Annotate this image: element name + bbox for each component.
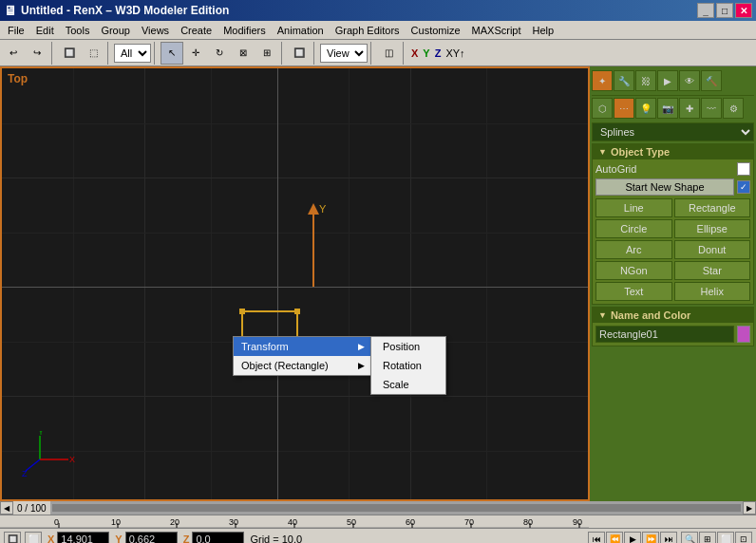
sub-item-position[interactable]: Position: [371, 337, 445, 356]
status-icon1[interactable]: 🔲: [4, 532, 21, 544]
splines-dropdown[interactable]: Splines: [592, 122, 754, 141]
panel-icon-utilities[interactable]: 🔨: [701, 70, 722, 91]
shape-arc-button[interactable]: Arc: [595, 240, 672, 259]
select-filter-dropdown[interactable]: All: [114, 44, 151, 63]
shape-text-button[interactable]: Text: [595, 282, 672, 301]
playback-controls: ⏮ ⏪ ▶ ⏩ ⏭: [588, 532, 677, 544]
menu-tools[interactable]: Tools: [60, 23, 96, 38]
shape-line-button[interactable]: Line: [595, 198, 672, 217]
panel-icon-shapes[interactable]: ⋯: [614, 98, 634, 119]
scale-tool-button[interactable]: ⊠: [232, 42, 255, 65]
status-icon2[interactable]: ⬜: [25, 532, 42, 544]
menu-modifiers[interactable]: Modifiers: [217, 23, 272, 38]
y-value[interactable]: 0.662: [125, 532, 178, 544]
handle-tr[interactable]: [294, 309, 300, 314]
menu-maxscript[interactable]: MAXScript: [466, 23, 527, 38]
scroll-right-button[interactable]: ▶: [743, 501, 756, 515]
view-dropdown[interactable]: View: [320, 44, 368, 63]
start-new-shape-checkbox[interactable]: ✓: [737, 180, 750, 194]
menu-create[interactable]: Create: [175, 23, 217, 38]
panel-icon-helpers[interactable]: ✚: [679, 98, 700, 119]
menu-help[interactable]: Help: [527, 23, 560, 38]
svg-text:90: 90: [573, 517, 582, 527]
select-obj-button[interactable]: 🔲: [58, 42, 81, 65]
menu-file[interactable]: File: [2, 23, 30, 38]
ctx-item-object[interactable]: Object (Rectangle) ▶: [234, 356, 384, 375]
shape-ngon-button[interactable]: NGon: [595, 261, 672, 280]
panel-icon-create[interactable]: ✦: [592, 70, 613, 91]
go-start-button[interactable]: ⏮: [588, 532, 605, 544]
sub-item-rotation[interactable]: Rotation: [371, 356, 445, 375]
menu-animation[interactable]: Animation: [272, 23, 330, 38]
panel-icon-spacewarp[interactable]: 〰: [701, 98, 722, 119]
select-region-button[interactable]: ⬚: [82, 42, 104, 65]
mirror-tool-button[interactable]: ⊞: [255, 42, 278, 65]
svg-text:80: 80: [523, 517, 533, 527]
shape-donut-button[interactable]: Donut: [674, 240, 751, 259]
name-color-section: ▼ Name and Color: [592, 307, 754, 346]
color-swatch[interactable]: [737, 326, 750, 343]
y-axis-label: Y: [421, 47, 431, 59]
x-coord-group: X 14.901: [46, 532, 109, 544]
go-end-button[interactable]: ⏭: [660, 532, 677, 544]
menu-edit[interactable]: Edit: [30, 23, 60, 38]
object-type-section: ▼ Object Type AutoGrid Start New Shape ✓…: [592, 143, 754, 305]
close-button[interactable]: ✕: [735, 3, 752, 18]
vp-icon1[interactable]: 🔍: [681, 532, 698, 544]
viewport-controls: 🔍 ⊞ ⬜ ⊡: [681, 532, 752, 544]
panel-icon-lights[interactable]: 💡: [635, 98, 656, 119]
undo-button[interactable]: ↩: [2, 42, 25, 65]
next-frame-button[interactable]: ⏩: [642, 532, 659, 544]
panel-icon-cameras[interactable]: 📷: [657, 98, 678, 119]
shape-circle-button[interactable]: Circle: [595, 219, 672, 238]
vp-icon3[interactable]: ⬜: [717, 532, 734, 544]
panel-icon-display[interactable]: 👁: [679, 70, 700, 91]
snap-toggle-button[interactable]: 🔲: [288, 42, 311, 65]
named-sel-button[interactable]: ◫: [377, 42, 400, 65]
x-label: X: [46, 534, 56, 544]
panel-icon-modify[interactable]: 🔧: [614, 70, 634, 91]
object-type-collapse[interactable]: ▼: [598, 147, 607, 157]
menu-customize[interactable]: Customize: [406, 23, 466, 38]
prev-frame-button[interactable]: ⏪: [606, 532, 623, 544]
z-value[interactable]: 0.0: [192, 532, 244, 544]
viewport[interactable]: Top Y: [0, 66, 590, 501]
select-tool-button[interactable]: ↖: [161, 42, 183, 65]
autogrid-checkbox[interactable]: [737, 162, 750, 176]
redo-button[interactable]: ↪: [26, 42, 48, 65]
move-tool-button[interactable]: ✛: [184, 42, 207, 65]
scroll-left-button[interactable]: ◀: [0, 501, 13, 515]
sub-item-scale[interactable]: Scale: [371, 375, 445, 394]
svg-marker-1: [308, 203, 319, 215]
x-value[interactable]: 14.901: [57, 532, 109, 544]
shape-helix-button[interactable]: Helix: [674, 282, 751, 301]
start-new-shape-button[interactable]: Start New Shape: [595, 178, 734, 196]
panel-icon-systems[interactable]: ⚙: [723, 98, 744, 119]
vp-icon2[interactable]: ⊞: [699, 532, 716, 544]
shape-star-button[interactable]: Star: [674, 261, 751, 280]
name-input[interactable]: [595, 326, 734, 343]
shape-ellipse-button[interactable]: Ellipse: [674, 219, 751, 238]
name-color-body: [593, 323, 753, 346]
play-button[interactable]: ▶: [624, 532, 641, 544]
minimize-button[interactable]: _: [697, 3, 714, 18]
vp-icon4[interactable]: ⊡: [735, 532, 752, 544]
scroll-track[interactable]: [52, 504, 741, 512]
maximize-button[interactable]: □: [716, 3, 733, 18]
handle-tl[interactable]: [239, 309, 245, 314]
menu-views[interactable]: Views: [136, 23, 175, 38]
shape-rectangle-button[interactable]: Rectangle: [674, 198, 751, 217]
rotate-tool-button[interactable]: ↻: [208, 42, 231, 65]
menu-graph-editors[interactable]: Graph Editors: [330, 23, 406, 38]
toolbar-sep5: [313, 42, 317, 65]
toolbar: ↩ ↪ 🔲 ⬚ All ↖ ✛ ↻ ⊠ ⊞ 🔲 View ◫ X Y Z XY↑: [0, 40, 756, 66]
z-coord-group: Z 0.0: [181, 532, 245, 544]
menu-group[interactable]: Group: [95, 23, 136, 38]
panel-icon-motion[interactable]: ▶: [657, 70, 678, 91]
grid-h3: [2, 396, 588, 397]
panel-icon-hierarchy[interactable]: ⛓: [635, 70, 656, 91]
ctx-item-transform[interactable]: Transform ▶: [234, 337, 384, 356]
name-color-collapse[interactable]: ▼: [598, 310, 607, 320]
svg-text:10: 10: [111, 517, 121, 527]
panel-icon-geom[interactable]: ⬡: [592, 98, 613, 119]
